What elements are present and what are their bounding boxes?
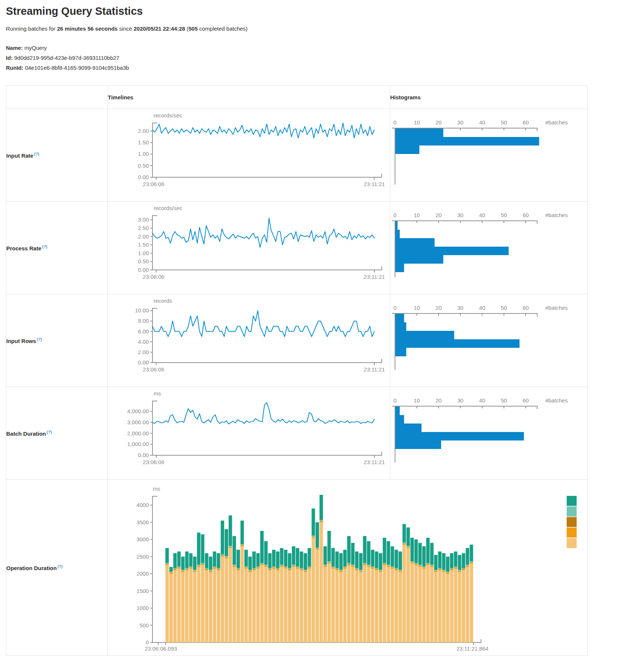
batch-duration-timeline-cell: ms4,000.003,000.002,000.001,000.000.0023… xyxy=(108,387,390,480)
batch-duration-histogram-chart: 0102030405060#batches xyxy=(390,387,587,479)
svg-text:0: 0 xyxy=(394,212,396,218)
table-header-row: Timelines Histograms xyxy=(6,86,588,109)
svg-text:#batches: #batches xyxy=(545,212,568,218)
summary-paren: ( xyxy=(185,25,188,32)
svg-text:40: 40 xyxy=(479,212,485,218)
header-timelines: Timelines xyxy=(108,86,390,109)
svg-text:2.50: 2.50 xyxy=(138,225,149,231)
svg-text:0.50: 0.50 xyxy=(138,162,149,169)
query-meta: Name: myQuery Id: 9d0dd219-995d-423e-b97… xyxy=(6,43,625,73)
svg-text:20: 20 xyxy=(436,119,442,126)
svg-text:40: 40 xyxy=(479,119,485,126)
svg-text:30: 30 xyxy=(457,212,464,218)
svg-text:records: records xyxy=(154,298,172,304)
svg-text:23:11:21: 23:11:21 xyxy=(364,181,385,187)
svg-text:10: 10 xyxy=(414,212,420,218)
svg-text:10: 10 xyxy=(414,305,420,311)
svg-text:2000: 2000 xyxy=(137,570,149,577)
operation-duration-help-icon[interactable]: (?) xyxy=(58,564,63,569)
svg-text:2500: 2500 xyxy=(137,553,149,560)
row-label-input-rate: Input Rate(?) xyxy=(6,109,108,202)
svg-text:10: 10 xyxy=(414,119,420,126)
svg-text:1.50: 1.50 xyxy=(138,241,149,248)
query-id-value: 9d0dd219-995d-423e-b97d-36931110bb27 xyxy=(14,55,120,61)
svg-text:1000: 1000 xyxy=(137,605,149,611)
batch-duration-histogram-cell: 0102030405060#batches xyxy=(390,387,588,480)
svg-text:0.50: 0.50 xyxy=(138,258,149,264)
svg-text:#batches: #batches xyxy=(545,397,568,404)
svg-text:3000: 3000 xyxy=(137,536,149,542)
input-rows-help-icon[interactable]: (?) xyxy=(37,337,42,342)
process-rate-timeline-chart: records/sec3.002.502.001.501.000.500.002… xyxy=(108,202,390,294)
row-label-process-rate: Process Rate(?) xyxy=(6,202,108,294)
process-rate-help-icon[interactable]: (?) xyxy=(42,244,47,249)
svg-text:50: 50 xyxy=(501,119,507,126)
svg-text:60: 60 xyxy=(523,119,529,126)
svg-text:4000: 4000 xyxy=(137,502,149,508)
svg-text:20: 20 xyxy=(436,397,442,404)
svg-text:2.00: 2.00 xyxy=(138,349,149,355)
header-histograms: Histograms xyxy=(390,86,588,109)
svg-text:30: 30 xyxy=(457,305,464,311)
streaming-query-statistics-page: Streaming Query Statistics Running batch… xyxy=(0,5,625,656)
query-name-label: Name: xyxy=(6,45,23,51)
input-rate-timeline-chart: records/sec2.001.501.000.500.0023:06:062… xyxy=(108,109,390,201)
svg-text:3500: 3500 xyxy=(137,519,149,525)
batch-duration-timeline-chart: ms4,000.003,000.002,000.001,000.000.0023… xyxy=(108,387,390,479)
svg-text:50: 50 xyxy=(501,397,507,404)
summary-suffix: completed batches) xyxy=(198,25,248,32)
svg-text:2.00: 2.00 xyxy=(138,128,149,134)
svg-text:23:11:21: 23:11:21 xyxy=(364,366,385,373)
query-runid-row: RunId: 04e101e6-8bf8-4165-9099-9104c951b… xyxy=(6,63,625,73)
svg-text:4.00: 4.00 xyxy=(138,339,149,345)
svg-text:1.50: 1.50 xyxy=(138,139,149,145)
svg-text:4,000.00: 4,000.00 xyxy=(127,408,149,414)
svg-text:#batches: #batches xyxy=(545,305,568,311)
svg-text:ms: ms xyxy=(153,486,160,492)
svg-text:30: 30 xyxy=(457,397,464,404)
query-name-value: myQuery xyxy=(24,45,47,51)
row-label-operation-duration: Operation Duration(?) xyxy=(6,480,108,656)
query-runid-value: 04e101e6-8bf8-4165-9099-9104c951ba3b xyxy=(25,65,129,71)
query-id-row: Id: 9d0dd219-995d-423e-b97d-36931110bb27 xyxy=(6,53,625,63)
table-row-input-rows: Input Rows(?) records10.008.006.004.002.… xyxy=(6,294,588,387)
svg-text:23:11:21.864: 23:11:21.864 xyxy=(457,645,488,652)
svg-text:1.00: 1.00 xyxy=(138,250,149,256)
svg-text:3,000.00: 3,000.00 xyxy=(127,419,149,425)
statistics-table: Timelines Histograms Input Rate(?) recor… xyxy=(6,85,588,656)
query-name-row: Name: myQuery xyxy=(6,43,625,53)
table-row-operation-duration: Operation Duration(?) ms0500100015002000… xyxy=(6,480,588,656)
svg-text:8.00: 8.00 xyxy=(138,318,149,324)
summary-start-time: 2020/05/21 22:44:28 xyxy=(134,25,185,32)
svg-text:2.00: 2.00 xyxy=(138,233,149,240)
svg-text:23:06:06.093: 23:06:06.093 xyxy=(145,645,177,652)
input-rate-timeline-cell: records/sec2.001.501.000.500.0023:06:062… xyxy=(108,109,390,202)
svg-text:20: 20 xyxy=(436,305,442,311)
input-rows-histogram-chart: 0102030405060#batches xyxy=(390,294,587,387)
svg-text:60: 60 xyxy=(523,397,529,404)
svg-text:10.00: 10.00 xyxy=(135,307,149,313)
svg-text:23:11:21: 23:11:21 xyxy=(364,274,385,280)
svg-text:2,000.00: 2,000.00 xyxy=(127,430,149,436)
batch-duration-help-icon[interactable]: (?) xyxy=(47,430,52,434)
input-rate-histogram-cell: 0102030405060#batches xyxy=(390,109,588,202)
svg-text:records/sec: records/sec xyxy=(154,112,182,119)
table-row-process-rate: Process Rate(?) records/sec3.002.502.001… xyxy=(6,202,588,294)
input-rows-timeline-chart: records10.008.006.004.002.000.0023:06:06… xyxy=(108,294,390,387)
header-empty-cell xyxy=(6,86,108,109)
svg-text:50: 50 xyxy=(501,212,507,218)
svg-text:500: 500 xyxy=(140,622,149,628)
svg-text:0.00: 0.00 xyxy=(138,452,149,458)
input-rate-help-icon[interactable]: (?) xyxy=(34,152,39,156)
svg-text:0.00: 0.00 xyxy=(138,174,149,180)
svg-text:23:06:06: 23:06:06 xyxy=(143,459,164,465)
table-row-input-rate: Input Rate(?) records/sec2.001.501.000.5… xyxy=(6,109,588,202)
svg-text:23:06:06: 23:06:06 xyxy=(143,274,164,280)
svg-text:0: 0 xyxy=(394,397,396,404)
svg-text:1,000.00: 1,000.00 xyxy=(127,441,149,447)
summary-middle: since xyxy=(118,25,134,32)
svg-text:50: 50 xyxy=(501,305,507,311)
svg-text:3.00: 3.00 xyxy=(138,216,149,223)
input-rate-histogram-chart: 0102030405060#batches xyxy=(390,109,587,201)
page-title: Streaming Query Statistics xyxy=(6,5,625,17)
